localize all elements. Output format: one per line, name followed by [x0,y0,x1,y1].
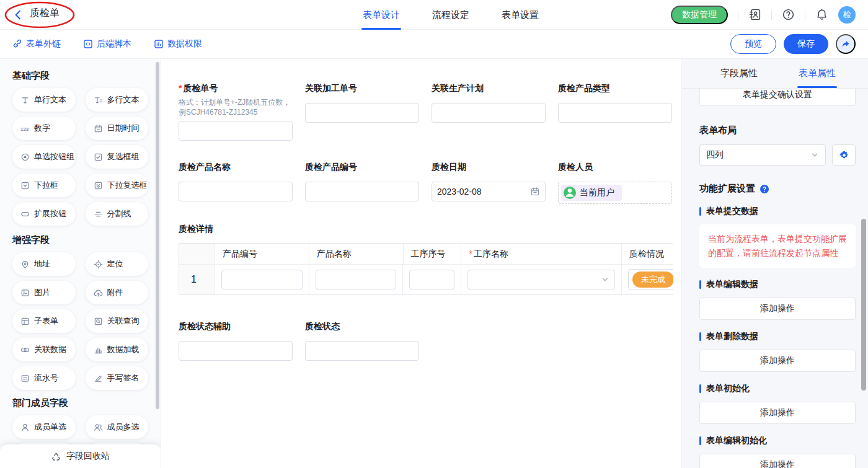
save-button[interactable]: 保存 [784,34,828,54]
sidebar-item-checkbox-group[interactable]: 复选框组 [86,145,149,169]
field-inspection-no[interactable]: 质检单号 格式：计划单号+-ZJ随机五位数，例SCJH46781-ZJ12345 [179,82,293,141]
field-label: 质检日期 [432,161,546,173]
back-icon[interactable] [12,9,24,20]
link-label: 表单外链 [26,38,61,50]
detail-table: 产品编号 产品名称 工序序号 工序名称 质检情况 1 未完成 [179,243,673,295]
field-inspection-date[interactable]: 质检日期 2023-02-08 [432,161,546,201]
sidebar-item-select[interactable]: 下拉框 [12,174,76,197]
tab-form-properties[interactable]: 表单属性 [799,59,836,88]
field-product-type[interactable]: 质检产品类型 [558,82,672,123]
tag-label: 当前用户 [580,187,614,198]
avatar[interactable]: 检 [838,6,856,24]
production-plan-input[interactable] [432,103,546,123]
sidebar-item-extend-button[interactable]: 扩展按钮 [12,202,76,226]
status-input[interactable] [305,341,419,361]
checkbox-group-icon [94,152,103,162]
help-filled-icon[interactable] [760,184,769,194]
tab-flow-setting[interactable]: 流程设定 [432,0,469,30]
section-edit-init: 表单编辑初始化 [699,435,856,446]
col-label: 工序名称 [469,249,508,260]
tab-form-design[interactable]: 表单设计 [363,0,400,30]
field-recycle-bin[interactable]: 字段回收站 [0,444,161,468]
layout-select[interactable]: 四列 [699,144,826,166]
extend-button-icon [20,210,30,219]
layout-value: 四列 [706,149,724,161]
backend-script-button[interactable]: 后端脚本 [83,38,131,50]
tab-field-properties[interactable]: 字段属性 [720,59,758,88]
sidebar-item-divider[interactable]: 分割线 [86,202,149,226]
sidebar-item-serial[interactable]: 流水号 [12,366,76,390]
data-permission-button[interactable]: 数据权限 [154,38,202,50]
sidebar-item-attachment[interactable]: 附件 [86,281,149,304]
data-manage-button[interactable]: 数据管理 [671,6,728,24]
tab-form-setting[interactable]: 表单设置 [502,0,539,30]
product-no-input[interactable] [305,182,419,201]
inspection-date-input[interactable]: 2023-02-08 [432,182,546,201]
cell-step-no-input[interactable] [409,270,454,289]
field-status[interactable]: 质检状态 [305,320,419,361]
field-library-sidebar: 基础字段 单行文本 多行文本 123数字 日期时间 单选按钮组 复选框组 下拉框… [0,59,161,468]
current-user-tag[interactable]: 当前用户 [561,185,622,201]
external-link-button[interactable]: 表单外链 [12,38,61,50]
status-aux-input[interactable] [179,341,293,361]
divider-icon [94,210,103,219]
sidebar-item-image[interactable]: 图片 [12,281,76,304]
sidebar-item-multi-text[interactable]: 多行文本 [86,88,149,112]
field-status-aux[interactable]: 质检状态辅助 [179,320,293,361]
product-name-input[interactable] [179,182,293,201]
add-action-button-edit-init[interactable]: 添加操作 [699,454,856,468]
bell-icon[interactable] [815,8,828,21]
inspection-no-input[interactable] [179,121,293,141]
sidebar-item-member-multi[interactable]: 成员多选 [86,415,149,439]
share-button[interactable] [836,34,856,54]
field-inspection-detail[interactable]: 质检详情 产品编号 产品名称 工序序号 工序名称 质检情况 1 [179,224,681,295]
field-product-no[interactable]: 质检产品编号 [305,161,419,201]
field-inspector[interactable]: 质检人员 当前用户 [558,161,672,204]
sidebar-item-location[interactable]: 定位 [86,252,149,276]
submit-confirm-setting-button[interactable]: 表单提交确认设置 [699,89,856,106]
inspector-picker[interactable]: 当前用户 [558,182,672,204]
field-label: 质检产品名称 [179,161,293,173]
form-canvas[interactable]: 质检单号 格式：计划单号+-ZJ随机五位数，例SCJH46781-ZJ12345… [161,59,682,468]
sidebar-item-member-single[interactable]: 成员单选 [12,415,76,439]
field-production-plan[interactable]: 关联生产计划 [432,82,546,123]
sidebar-scrollbar[interactable] [156,62,159,409]
add-action-button-init[interactable]: 添加操作 [699,402,856,424]
field-label: 质检状态 [305,320,419,332]
help-icon[interactable] [782,8,795,21]
sidebar-item-radio-group[interactable]: 单选按钮组 [12,145,76,169]
sidebar-item-single-text[interactable]: 单行文本 [12,88,76,112]
detail-table-title: 质检详情 [179,224,681,235]
col-status: 质检情况 [622,244,673,265]
sidebar-item-signature[interactable]: 手写签名 [86,366,149,390]
section-bar [699,207,701,216]
sidebar-item-number[interactable]: 123数字 [12,117,76,140]
layout-config-button[interactable] [832,144,856,166]
process-order-input[interactable] [305,103,419,123]
section-delete-data: 表单删除数据 [699,331,856,342]
sidebar-item-related-data[interactable]: 关联数据 [12,338,76,361]
form-title[interactable]: 质检单 [30,7,60,22]
field-process-order[interactable]: 关联加工单号 [305,82,419,123]
cell-status-box[interactable]: 未完成 [628,269,673,290]
sidebar-item-address[interactable]: 地址 [12,252,76,276]
add-action-button-delete[interactable]: 添加操作 [699,350,856,372]
sidebar-item-datetime[interactable]: 日期时间 [86,117,149,140]
product-type-input[interactable] [558,103,672,123]
address-icon [20,260,30,269]
preview-button[interactable]: 预览 [730,34,776,54]
cell-step-name-select[interactable] [467,270,615,289]
field-product-name[interactable]: 质检产品名称 [179,161,293,201]
sidebar-item-data-load[interactable]: 数据加载 [86,338,149,361]
cell-product-no-input[interactable] [221,270,303,289]
sidebar-item-related-query[interactable]: 关联查询 [86,309,149,333]
sidebar-item-subform[interactable]: 子表单 [12,309,76,333]
text-single-icon [20,95,30,105]
cell-product-name-input[interactable] [316,270,397,289]
address-book-icon[interactable] [748,8,761,21]
sidebar-item-multi-select[interactable]: 下拉复选框 [86,174,149,197]
item-label: 手写签名 [107,373,140,384]
field-label: 质检状态辅助 [179,320,293,332]
window-scrollbar[interactable] [861,219,866,391]
add-action-button-edit[interactable]: 添加操作 [699,298,856,320]
